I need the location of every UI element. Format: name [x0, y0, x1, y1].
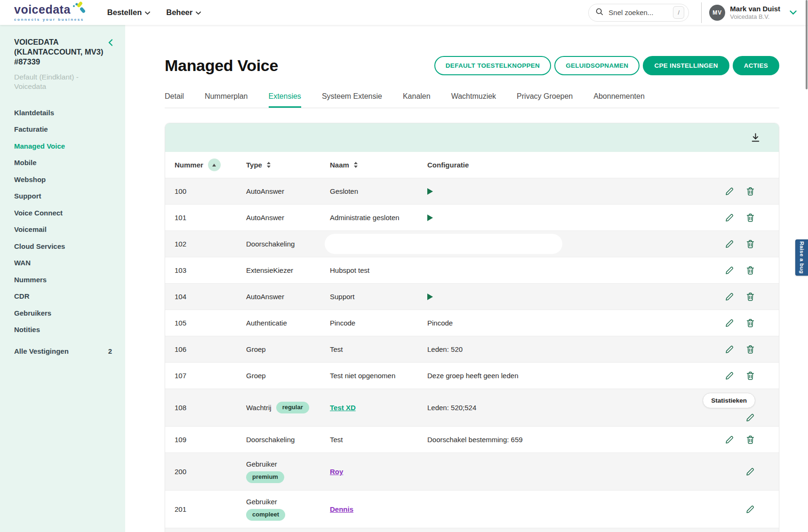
main-content: Managed Voice DEFAULT TOESTELKNOPPENGELU… — [125, 25, 808, 532]
topbar-divider — [701, 2, 702, 23]
default-toestelknoppen-button[interactable]: DEFAULT TOESTELKNOPPEN — [434, 56, 551, 75]
top-nav: Bestellen Beheer — [107, 8, 201, 17]
tab-kanalen[interactable]: Kanalen — [403, 92, 431, 108]
config-text: Doorschakel bestemming: 659 — [427, 436, 523, 444]
table-row: 200 Gebruiker premium Roy — [165, 453, 779, 491]
delete-icon[interactable] — [745, 435, 755, 445]
column-header-configuratie[interactable]: Configuratie — [427, 161, 704, 169]
sidebar-item-cdr[interactable]: CDR — [14, 292, 113, 300]
user-name: Mark van Duist — [730, 5, 780, 13]
edit-icon[interactable] — [725, 292, 735, 302]
edit-icon[interactable] — [745, 504, 755, 514]
naam-text: Administratie gesloten — [330, 214, 400, 222]
table-row: 101 AutoAnswer Administratie gesloten — [165, 205, 779, 231]
sidebar-footer-label: Alle Vestigingen — [14, 347, 69, 355]
tab-detail[interactable]: Detail — [165, 92, 184, 108]
column-label: Configuratie — [427, 161, 469, 169]
edit-icon[interactable] — [745, 467, 755, 476]
cpe-instellingen-button[interactable]: CPE INSTELLINGEN — [643, 56, 729, 75]
play-icon[interactable] — [427, 294, 433, 300]
statistieken-button[interactable]: Statistieken — [703, 393, 755, 408]
tab-abonnementen[interactable]: Abonnementen — [593, 92, 645, 108]
chevron-down-icon — [196, 8, 201, 17]
type-badge: regular — [276, 402, 309, 413]
config-text: Pincode — [427, 319, 453, 327]
edit-icon[interactable] — [725, 435, 735, 445]
delete-icon[interactable] — [745, 213, 755, 222]
cell-type: Doorschakeling — [246, 240, 330, 248]
cell-naam: Gesloten — [330, 187, 427, 195]
play-icon[interactable] — [427, 188, 433, 195]
table-row: 108 Wachtrij regular Test XD Leden: 520;… — [165, 389, 779, 427]
column-header-naam[interactable]: Naam — [330, 161, 427, 169]
tab-privacy-groepen[interactable]: Privacy Groepen — [517, 92, 573, 108]
cell-type: AutoAnswer — [246, 214, 330, 222]
download-icon[interactable] — [750, 132, 761, 143]
sidebar-item-cloud-services[interactable]: Cloud Services — [14, 242, 113, 250]
cell-type: AutoAnswer — [246, 293, 330, 301]
search-input[interactable] — [608, 8, 668, 16]
quick-search[interactable]: / — [588, 4, 689, 22]
delete-icon[interactable] — [745, 344, 755, 354]
edit-icon[interactable] — [725, 186, 735, 196]
edit-icon[interactable] — [725, 371, 735, 381]
sidebar-item-nummers[interactable]: Nummers — [14, 276, 113, 284]
sidebar-item-mobile[interactable]: Mobile — [14, 159, 113, 167]
voicedata-logo[interactable]: voicedata connects your business — [14, 4, 88, 22]
naam-link[interactable]: Test XD — [330, 404, 356, 412]
geluidsopnamen-button[interactable]: GELUIDSOPNAMEN — [554, 56, 640, 75]
sidebar-item-notities[interactable]: Notities — [14, 326, 113, 333]
cell-actions — [704, 186, 779, 196]
user-menu[interactable]: MV Mark van Duist Voicedata B.V. — [709, 5, 797, 21]
sidebar-item-gebruikers[interactable]: Gebruikers — [14, 309, 113, 317]
sidebar-item-managed-voice[interactable]: Managed Voice — [14, 142, 113, 150]
tab-wachtmuziek[interactable]: Wachtmuziek — [451, 92, 496, 108]
play-icon[interactable] — [427, 214, 433, 221]
tab-nummerplan[interactable]: Nummerplan — [205, 92, 248, 108]
sidebar-item-alle-vestigingen[interactable]: Alle Vestigingen 2 — [14, 347, 113, 355]
cell-actions — [704, 318, 779, 328]
delete-icon[interactable] — [745, 265, 755, 275]
delete-icon[interactable] — [745, 371, 755, 381]
edit-icon[interactable] — [745, 413, 755, 422]
tab-systeem-extensie[interactable]: Systeem Extensie — [322, 92, 382, 108]
chevron-left-icon[interactable] — [108, 39, 113, 67]
edit-icon[interactable] — [725, 239, 735, 249]
scrollbar-thumb[interactable] — [806, 0, 808, 89]
sidebar-item-voicemail[interactable]: Voicemail — [14, 225, 113, 233]
raise-a-bug-button[interactable]: Raise a bug — [795, 239, 808, 276]
sidebar-item-wan[interactable]: WAN — [14, 259, 113, 267]
tab-extensies[interactable]: Extensies — [269, 92, 301, 108]
sidebar-item-webshop[interactable]: Webshop — [14, 175, 113, 183]
delete-icon[interactable] — [745, 186, 755, 196]
cell-nummer: 107 — [175, 372, 246, 380]
column-header-nummer[interactable]: Nummer — [175, 159, 246, 171]
cell-naam: Test niet opgenomen — [330, 372, 427, 380]
cell-type: Gebruiker premium — [246, 460, 330, 483]
sidebar-item-facturatie[interactable]: Facturatie — [14, 125, 113, 133]
column-header-type[interactable]: Type — [246, 161, 330, 169]
type-badge: compleet — [246, 509, 285, 520]
top-nav-label: Beheer — [166, 8, 192, 17]
cell-type: Wachtrij regular — [246, 402, 330, 413]
edit-icon[interactable] — [725, 318, 735, 328]
top-nav-item-bestellen[interactable]: Bestellen — [107, 8, 150, 17]
delete-icon[interactable] — [745, 239, 755, 249]
cell-type: Gebruiker compleet — [246, 498, 330, 520]
config-text: Leden: 520;524 — [427, 404, 476, 412]
user-company: Voicedata B.V. — [730, 13, 780, 21]
edit-icon[interactable] — [725, 213, 735, 222]
sidebar-item-support[interactable]: Support — [14, 192, 113, 200]
edit-icon[interactable] — [725, 344, 735, 354]
top-nav-item-beheer[interactable]: Beheer — [166, 8, 201, 17]
sidebar-item-klantdetails[interactable]: Klantdetails — [14, 109, 113, 117]
type-badge: premium — [246, 471, 284, 483]
acties-button[interactable]: ACTIES — [733, 56, 779, 75]
naam-link[interactable]: Roy — [330, 468, 343, 476]
edit-icon[interactable] — [725, 265, 735, 275]
account-title: VOICEDATA (KLANTACCOUNT, MV3) #87339 — [14, 37, 108, 67]
naam-link[interactable]: Dennis — [330, 505, 353, 513]
delete-icon[interactable] — [745, 318, 755, 328]
delete-icon[interactable] — [745, 292, 755, 302]
sidebar-item-voice-connect[interactable]: Voice Connect — [14, 209, 113, 217]
